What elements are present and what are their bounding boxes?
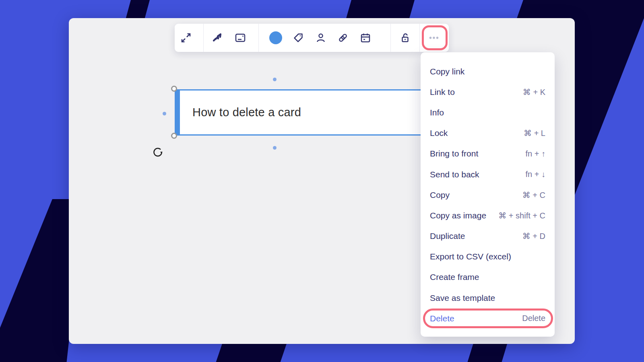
snap-dot-top	[273, 78, 277, 81]
card-toolbar	[175, 24, 449, 52]
calendar-icon[interactable]	[360, 33, 371, 43]
tag-icon[interactable]	[293, 33, 303, 43]
menu-item-label: Send to back	[430, 170, 479, 179]
menu-item-shortcut: fn + ↑	[526, 149, 545, 158]
rotate-handle-icon[interactable]	[152, 147, 164, 159]
menu-item[interactable]: Save as template	[421, 288, 555, 308]
snap-dot-bottom	[273, 146, 277, 150]
more-ellipsis-icon[interactable]	[429, 33, 439, 43]
toolbar-divider	[390, 24, 391, 52]
menu-item-shortcut: ⌘ + K	[523, 87, 545, 97]
toolbar-divider	[419, 24, 420, 52]
menu-item[interactable]: Copy ⌘ + C	[421, 185, 555, 205]
card-icon[interactable]	[235, 33, 246, 43]
menu-item-label: Export to CSV (excel)	[430, 252, 511, 261]
menu-item[interactable]: Link to ⌘ + K	[421, 82, 555, 102]
menu-item-label: Bring to front	[430, 149, 478, 158]
screenshot-root: How to delete a card	[0, 0, 644, 362]
menu-item[interactable]: Lock ⌘ + L	[421, 123, 555, 144]
menu-item-label: Copy link	[430, 67, 464, 76]
toolbar-divider	[203, 24, 204, 52]
toolbar-divider	[258, 24, 259, 52]
menu-item[interactable]: Copy link	[421, 61, 555, 82]
color-swatch-blue[interactable]	[269, 31, 282, 44]
resize-handle-bottom-left[interactable]	[171, 133, 177, 139]
menu-item[interactable]: Info	[421, 102, 555, 123]
menu-item-shortcut: ⌘ + C	[522, 190, 545, 200]
menu-item-label: Link to	[430, 87, 455, 97]
menu-item-label: Info	[430, 108, 444, 117]
menu-item-shortcut: ⌘ + D	[522, 231, 545, 241]
menu-item[interactable]: Delete Delete	[421, 308, 555, 329]
menu-item-label: Delete	[430, 314, 454, 323]
menu-item[interactable]: Duplicate ⌘ + D	[421, 226, 555, 247]
menu-item-label: Copy	[430, 190, 450, 200]
menu-item[interactable]: Send to back fn + ↓	[421, 164, 555, 185]
menu-item[interactable]: Export to CSV (excel)	[421, 247, 555, 267]
snap-dot-left	[163, 112, 166, 115]
menu-item[interactable]: Copy as image ⌘ + shift + C	[421, 205, 555, 226]
selected-card[interactable]: How to delete a card	[175, 89, 451, 136]
menu-item-label: Lock	[430, 128, 448, 138]
context-menu: Copy link Link to ⌘ + K Info Lock ⌘ + L …	[421, 52, 555, 337]
jira-icon[interactable]	[212, 33, 223, 43]
menu-item-label: Create frame	[430, 272, 479, 282]
menu-item-shortcut: ⌘ + L	[524, 128, 545, 138]
menu-item[interactable]: Bring to front fn + ↑	[421, 144, 555, 164]
menu-item-shortcut: ⌘ + shift + C	[498, 211, 545, 220]
link-icon[interactable]	[338, 33, 348, 43]
menu-item-label: Duplicate	[430, 231, 465, 241]
card-title[interactable]: How to delete a card	[180, 106, 301, 119]
menu-item-shortcut: Delete	[522, 314, 545, 323]
menu-item-label: Copy as image	[430, 211, 486, 220]
assignee-person-icon[interactable]	[316, 33, 326, 43]
unlock-icon[interactable]	[400, 33, 410, 43]
menu-item-shortcut: fn + ↓	[526, 170, 545, 179]
resize-handle-top-left[interactable]	[171, 86, 177, 92]
menu-item[interactable]: Create frame	[421, 267, 555, 288]
expand-icon[interactable]	[181, 33, 191, 43]
card-accent-bar	[176, 90, 180, 134]
menu-item-label: Save as template	[430, 293, 495, 303]
